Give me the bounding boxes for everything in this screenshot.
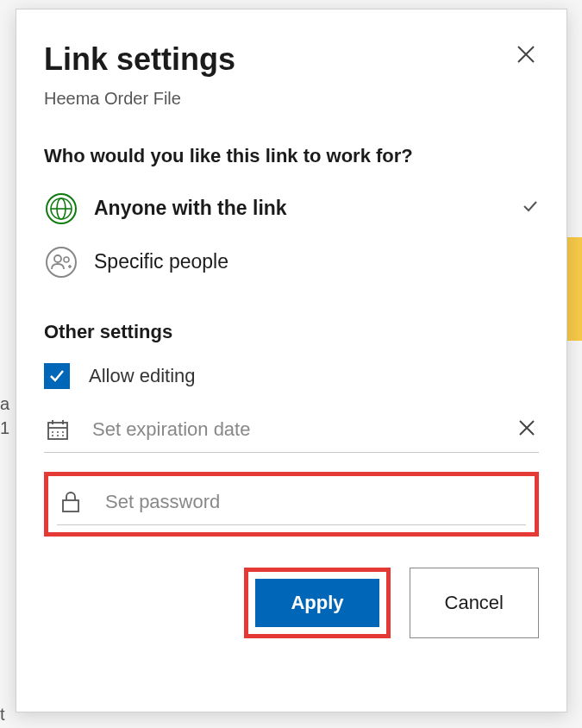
svg-point-17	[57, 435, 59, 436]
dialog-title: Link settings	[44, 42, 235, 77]
lock-icon	[57, 488, 84, 516]
checkmark-icon	[522, 198, 539, 220]
svg-point-18	[62, 435, 64, 436]
svg-point-4	[47, 248, 76, 277]
password-field-row	[57, 488, 526, 525]
close-icon[interactable]	[513, 42, 539, 70]
expiration-field-row	[44, 416, 539, 453]
allow-editing-label: Allow editing	[89, 365, 196, 387]
expiration-input[interactable]	[91, 417, 515, 442]
svg-rect-19	[63, 500, 78, 511]
svg-point-14	[57, 431, 59, 433]
option-label: Specific people	[94, 250, 539, 273]
svg-point-16	[52, 435, 53, 436]
option-label: Anyone with the link	[94, 197, 522, 220]
svg-point-13	[52, 431, 53, 433]
cancel-button[interactable]: Cancel	[410, 568, 539, 638]
password-input[interactable]	[103, 490, 526, 514]
allow-editing-row[interactable]: Allow editing	[44, 359, 539, 393]
people-icon	[44, 245, 78, 279]
apply-button[interactable]: Apply	[255, 579, 379, 627]
link-settings-dialog: Link settings Heema Order File Who would…	[16, 9, 567, 712]
option-specific-people[interactable]: Specific people	[44, 245, 539, 279]
other-settings-header: Other settings	[44, 321, 539, 343]
option-anyone-with-link[interactable]: Anyone with the link	[44, 191, 539, 226]
clear-expiration-icon[interactable]	[515, 417, 539, 442]
dialog-subtitle: Heema Order File	[44, 89, 539, 109]
svg-point-6	[64, 257, 69, 262]
svg-rect-9	[48, 423, 67, 439]
audience-question: Who would you like this link to work for…	[44, 145, 539, 167]
allow-editing-checkbox[interactable]	[44, 363, 70, 389]
svg-point-5	[54, 255, 61, 262]
calendar-icon	[44, 416, 72, 443]
background-text: a 1	[0, 392, 9, 440]
background-text: t	[0, 705, 5, 725]
globe-icon	[44, 191, 78, 226]
apply-highlight: Apply	[244, 568, 390, 638]
password-highlight	[44, 472, 539, 537]
svg-point-15	[62, 431, 64, 433]
dialog-buttons: Apply Cancel	[44, 568, 539, 638]
